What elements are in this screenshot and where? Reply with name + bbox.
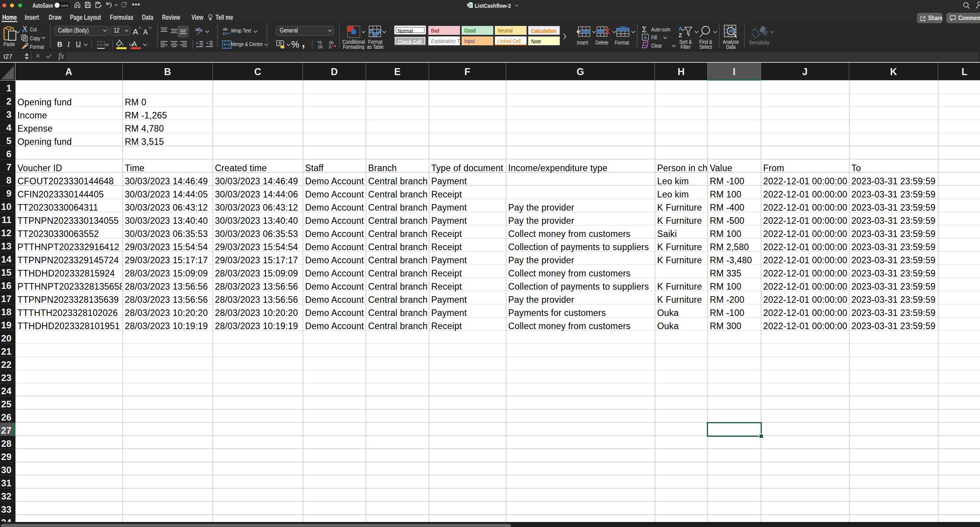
svg-text:c: c <box>223 31 225 36</box>
svg-text:Z: Z <box>679 32 682 38</box>
svg-text:.0: .0 <box>328 45 332 49</box>
svg-text:.00: .00 <box>328 41 334 45</box>
svg-text:.00: .00 <box>317 45 323 49</box>
svg-text:ab: ab <box>195 27 201 32</box>
svg-text:A: A <box>679 26 682 32</box>
svg-text:.0: .0 <box>318 41 322 45</box>
